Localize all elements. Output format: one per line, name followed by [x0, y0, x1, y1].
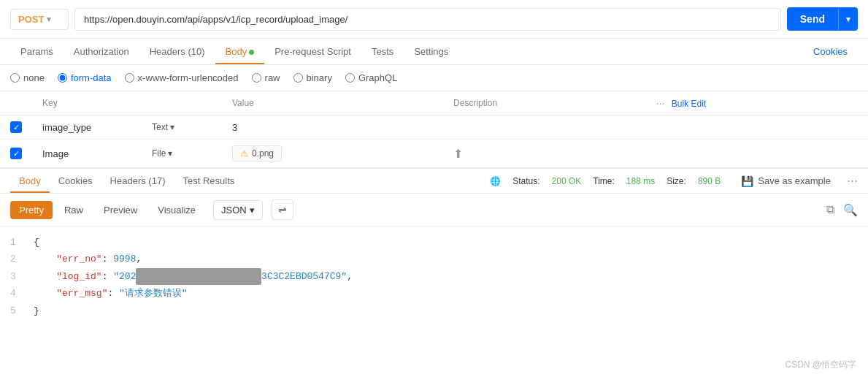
status-info: 🌐 Status: 200 OK Time: 188 ms Size: 890 … — [490, 173, 858, 188]
more-actions-icon[interactable]: ··· — [656, 97, 665, 109]
col-value-header: Value — [222, 91, 443, 115]
radio-none[interactable]: none — [10, 72, 45, 83]
body-active-dot — [249, 50, 254, 55]
status-label: Status: — [512, 176, 539, 186]
method-select[interactable]: POST ▾ — [10, 9, 69, 30]
radio-urlencoded[interactable]: x-www-form-urlencoded — [125, 72, 239, 83]
type-chevron-icon: ▾ — [170, 122, 174, 132]
body-options: none form-data x-www-form-urlencoded raw… — [0, 65, 868, 91]
url-bar: POST ▾ Send ▾ — [0, 0, 868, 39]
radio-raw[interactable]: raw — [252, 72, 280, 83]
row2-value[interactable]: ⚠ 0.png — [222, 140, 443, 168]
url-input[interactable] — [74, 8, 781, 31]
json-line-3: 3 "log_id": "202 3C3C2EBD0547C9", — [10, 268, 858, 285]
save-as-example-button[interactable]: 💾 Save as example — [741, 175, 831, 187]
json-viewer: 1 { 2 "err_no": 9998, 3 "log_id": "202 3… — [0, 226, 868, 327]
fmt-visualize[interactable]: Visualize — [149, 201, 204, 219]
tab-settings[interactable]: Settings — [404, 39, 458, 64]
send-button[interactable]: Send ▾ — [787, 7, 858, 31]
tab-pre-request[interactable]: Pre-request Script — [264, 39, 361, 64]
fmt-raw[interactable]: Raw — [55, 201, 92, 219]
send-dropdown-icon[interactable]: ▾ — [838, 9, 858, 30]
col-checkbox — [0, 91, 32, 115]
save-icon: 💾 — [741, 175, 753, 187]
size-value: 890 B — [698, 176, 721, 186]
response-tabs: Body Cookies Headers (17) Test Results 🌐… — [0, 168, 868, 194]
file-badge: ⚠ 0.png — [232, 145, 282, 161]
row2-type-cell: File ▾ — [142, 140, 222, 168]
size-label: Size: — [667, 176, 686, 186]
response-section: Body Cookies Headers (17) Test Results 🌐… — [0, 168, 868, 327]
time-value: 188 ms — [626, 176, 655, 186]
method-chevron-icon: ▾ — [47, 15, 51, 24]
res-tab-headers[interactable]: Headers (17) — [101, 169, 174, 193]
col-key-header: Key — [32, 91, 142, 115]
res-tab-body[interactable]: Body — [10, 169, 50, 193]
json-line-4: 4 "err_msg": "请求参数错误" — [10, 285, 858, 302]
row2-type-select[interactable]: File ▾ — [152, 148, 212, 159]
method-label: POST — [18, 14, 44, 25]
row2-key[interactable]: Image — [32, 140, 142, 168]
radio-form-data[interactable]: form-data — [58, 72, 112, 83]
row1-checkbox-cell: ✓ — [0, 115, 32, 140]
tab-cookies[interactable]: Cookies — [803, 39, 858, 64]
watermark: CSDN @悟空码字 — [785, 359, 856, 371]
col-type-header — [142, 91, 222, 115]
row1-actions — [646, 115, 868, 140]
time-label: Time: — [593, 176, 615, 186]
tab-body[interactable]: Body — [215, 39, 265, 64]
fmt-pretty[interactable]: Pretty — [10, 201, 53, 219]
format-chevron-icon: ▾ — [250, 205, 255, 216]
row1-desc[interactable] — [443, 115, 646, 140]
res-tab-test-results[interactable]: Test Results — [174, 169, 243, 193]
tab-tests[interactable]: Tests — [361, 39, 404, 64]
table-row: ✓ Image File ▾ ⚠ 0.png ⬆ — [0, 140, 868, 168]
json-line-2: 2 "err_no": 9998, — [10, 251, 858, 267]
row2-checkbox[interactable]: ✓ — [10, 148, 22, 159]
upload-icon[interactable]: ⬆ — [453, 148, 463, 160]
tab-headers[interactable]: Headers (10) — [139, 39, 215, 64]
row2-upload-cell: ⬆ — [443, 140, 646, 168]
table-row: ✓ image_type Text ▾ 3 — [0, 115, 868, 140]
more-options-icon[interactable]: ··· — [847, 173, 858, 188]
type-chevron-icon: ▾ — [168, 148, 172, 159]
tab-params[interactable]: Params — [10, 39, 64, 64]
row1-value[interactable]: 3 — [222, 115, 443, 140]
kv-table: Key Value Description ··· Bulk Edit ✓ im… — [0, 91, 868, 168]
row2-actions — [646, 140, 868, 168]
json-line-5: 5 } — [10, 302, 858, 319]
radio-graphql[interactable]: GraphQL — [345, 72, 397, 83]
col-actions-header: ··· Bulk Edit — [646, 91, 868, 115]
fmt-preview[interactable]: Preview — [95, 201, 146, 219]
row1-checkbox[interactable]: ✓ — [10, 121, 22, 133]
row2-checkbox-cell: ✓ — [0, 140, 32, 168]
json-line-1: 1 { — [10, 234, 858, 251]
format-bar: Pretty Raw Preview Visualize JSON ▾ ⇌ ⧉ … — [0, 194, 868, 226]
status-value: 200 OK — [552, 176, 582, 186]
wrap-button[interactable]: ⇌ — [272, 199, 293, 220]
copy-button[interactable]: ⧉ — [826, 203, 834, 216]
res-tab-cookies[interactable]: Cookies — [50, 169, 101, 193]
globe-icon: 🌐 — [490, 176, 501, 186]
radio-binary[interactable]: binary — [293, 72, 332, 83]
request-tabs: Params Authorization Headers (10) Body P… — [0, 39, 868, 65]
format-select[interactable]: JSON ▾ — [213, 200, 263, 220]
row1-type-cell: Text ▾ — [142, 115, 222, 140]
col-desc-header: Description — [443, 91, 646, 115]
bulk-edit-button[interactable]: Bulk Edit — [672, 99, 706, 109]
tab-authorization[interactable]: Authorization — [64, 39, 139, 64]
warning-icon: ⚠ — [240, 148, 248, 159]
row1-type-select[interactable]: Text ▾ — [152, 122, 212, 132]
row1-key[interactable]: image_type — [32, 115, 142, 140]
search-button[interactable]: 🔍 — [843, 203, 858, 217]
